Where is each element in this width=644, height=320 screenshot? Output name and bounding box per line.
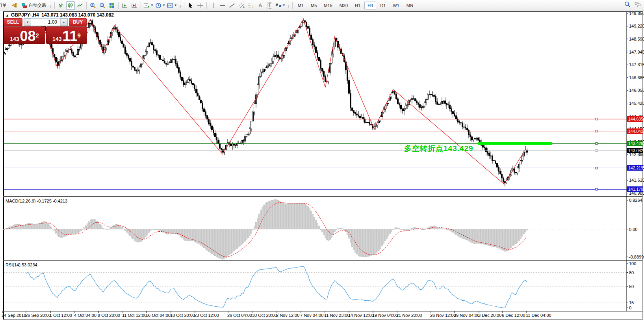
macd-tick-label: -0.8899 — [629, 255, 644, 259]
chart-plot-area[interactable] — [0, 0, 644, 320]
lot-increase-button[interactable]: ▲ — [60, 19, 67, 26]
lot-decrease-button[interactable]: ▼ — [24, 19, 31, 26]
hline-handle[interactable] — [596, 130, 598, 132]
sell-button[interactable]: SELL — [4, 18, 22, 26]
buy-price-sup: 9 — [78, 29, 81, 42]
price-badge-144.042: 144.042 — [627, 128, 643, 134]
date-label: 6 Dec 12:00 — [502, 313, 525, 318]
date-label: 19 Nov 04:00 — [372, 313, 398, 318]
price-tick-label: 145.425 — [629, 101, 644, 106]
price-tick-label: 146.055 — [629, 88, 644, 93]
price-tick-label: 141.615 — [629, 178, 644, 182]
date-label: 26 Nov 12:00 — [430, 313, 456, 318]
date-label: 11 Nov 23:00 — [324, 313, 350, 318]
price-badge-143.429: 143.429 — [627, 141, 643, 146]
date-label: 24 Sep 2018 — [2, 313, 26, 318]
buy-price-display[interactable]: 143 11 9 — [46, 26, 87, 44]
pivot-annotation[interactable]: 多空转折点143.429 — [404, 143, 473, 154]
price-tick-label: 147.315 — [629, 62, 644, 67]
date-label: 26 Sep 20:00 — [25, 313, 51, 318]
hline-handle[interactable] — [596, 143, 598, 145]
horizontal-lines[interactable] — [4, 118, 627, 190]
date-label: 8 Oct 20:00 — [98, 313, 120, 318]
collapse-triangle-icon[interactable]: ▲ — [6, 13, 9, 17]
date-label: 11 Dec 04:00 — [526, 313, 551, 318]
chart-symbol: GBPJPY-,H4 — [11, 12, 39, 18]
price-tick-label: 147.945 — [629, 50, 644, 54]
buy-price-big: 11 — [62, 30, 77, 42]
price-tick-label: 146.685 — [629, 75, 644, 80]
date-label: 30 Oct 20:00 — [252, 313, 277, 318]
date-label: 11 Oct 12:00 — [122, 313, 147, 318]
rsi-tick-label: 100 — [629, 261, 636, 266]
date-label: 7 Nov 04:00 — [300, 313, 323, 318]
buy-button[interactable]: BUY — [69, 18, 87, 26]
date-label: 4 Oct 04:00 — [74, 313, 97, 318]
price-badge-141.170: 141.170 — [627, 186, 643, 192]
rsi-label: RSI(14) 53.0234 — [6, 262, 37, 267]
hline-handle[interactable] — [596, 150, 598, 152]
date-label: 2 Nov 12:00 — [276, 313, 299, 318]
macd-histogram — [4, 199, 627, 259]
date-label: 21 Nov 20:00 — [396, 313, 422, 318]
macd-tick-label: 0.9264 — [629, 198, 642, 203]
lot-size-value[interactable]: 1.00 — [31, 19, 60, 26]
price-badge-143.082: 143.082 — [627, 148, 643, 153]
date-label: 26 Oct 04:00 — [227, 313, 252, 318]
sell-price-big: 08 — [20, 30, 35, 42]
price-badge-142.219: 142.219 — [627, 165, 643, 171]
date-label: 18 Oct 20:00 — [170, 313, 195, 318]
hline-handle[interactable] — [596, 188, 598, 190]
hline-handle[interactable] — [596, 118, 598, 120]
zigzag-line[interactable] — [4, 19, 525, 184]
sell-price-prefix: 143 — [10, 36, 19, 42]
date-label: 3 Dec 20:00 — [478, 313, 501, 318]
sell-price-display[interactable]: 143 08 2 — [4, 26, 45, 44]
date-label: 1 Oct 12:00 — [50, 313, 72, 318]
date-label: 23 Oct 12:00 — [194, 313, 219, 318]
macd-tick-label: 0.00 — [629, 227, 637, 232]
one-click-trade-panel: SELL ▼ 1.00 ▲ BUY 143 08 2 143 11 9 — [4, 18, 87, 44]
price-tick-label: 148.590 — [629, 37, 644, 41]
date-label: 16 Oct 04:00 — [146, 313, 171, 318]
hline-handle[interactable] — [596, 167, 598, 169]
rsi-tick-label: 50 — [629, 284, 634, 289]
price-tick-label: 149.850 — [629, 11, 644, 16]
rsi-tick-label: 0 — [629, 305, 631, 310]
buy-price-prefix: 143 — [52, 36, 61, 42]
rsi-tick-label: 80 — [629, 270, 634, 275]
chart-title: ▲GBPJPY-,H4 143.071 143.083 143.070 143.… — [6, 12, 114, 18]
macd-label: MACD(12,26,9) -0.1725 -0.4213 — [6, 199, 67, 203]
sell-price-sup: 2 — [36, 29, 39, 42]
rsi-tick-label: 15 — [629, 300, 634, 305]
date-label: 29 Nov 04:00 — [454, 313, 479, 318]
price-tick-label: 149.220 — [629, 24, 644, 28]
chart-ohlc: 143.071 143.083 143.070 143.082 — [41, 12, 114, 18]
rsi-panel — [4, 266, 627, 308]
date-label: 14 Nov 12:00 — [348, 313, 374, 318]
lot-size-stepper[interactable]: ▼ 1.00 ▲ — [24, 18, 68, 26]
price-badge-144.635: 144.635 — [627, 116, 643, 122]
